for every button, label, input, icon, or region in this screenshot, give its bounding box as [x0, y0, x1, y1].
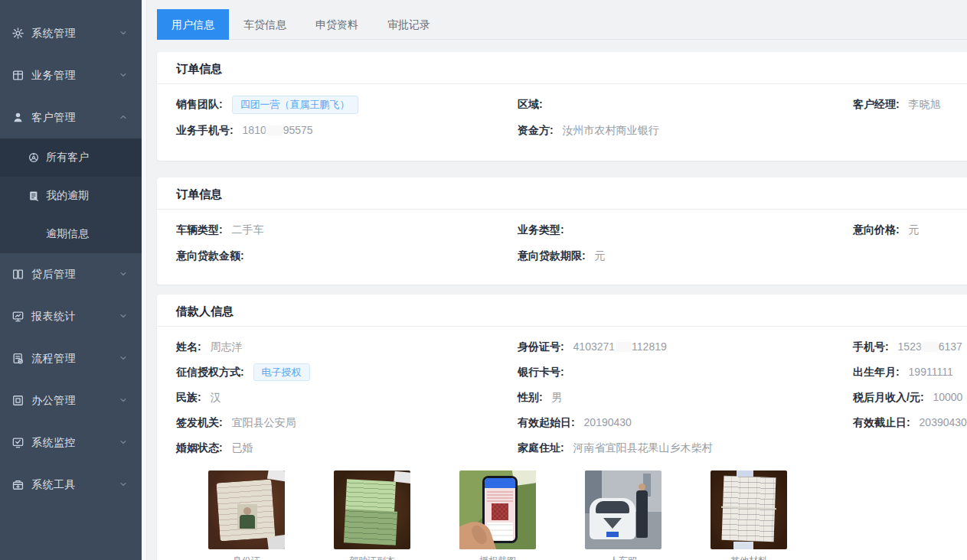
field-intent-loan-term: 意向贷款期限: 元: [518, 249, 853, 263]
tab-car-loan-info[interactable]: 车贷信息: [229, 9, 301, 40]
field-birth-date: 出生年月: 19911111: [853, 366, 967, 379]
card-title: 借款人信息: [157, 295, 967, 327]
sidebar-item-system-tools[interactable]: 系统工具: [0, 464, 142, 506]
field-credit-auth-method: 征信授权方式: 电子授权: [176, 363, 518, 382]
photo-id-card[interactable]: [208, 470, 285, 549]
monitor-check-icon: [11, 436, 25, 450]
borrower-info-card: 借款人信息 姓名: 周志洋 身份证号: 4103271112819 手机号: 1…: [157, 295, 967, 560]
customer-mgmt-submenu: 所有客户 我的逾期 逾期信息: [0, 138, 142, 253]
book-icon: [11, 268, 25, 282]
field-valid-to: 有效截止日: 20390430: [853, 416, 967, 430]
sidebar-item-all-customers[interactable]: 所有客户: [0, 138, 142, 177]
card-title: 订单信息: [157, 52, 967, 84]
chevron-down-icon: [119, 479, 128, 491]
redaction-blur: [267, 125, 283, 135]
detail-tabs: 用户信息 车贷信息 申贷资料 审批记录: [157, 9, 967, 40]
sidebar-item-process-mgmt[interactable]: 流程管理: [0, 337, 142, 379]
sidebar-item-business-mgmt[interactable]: 业务管理: [0, 54, 142, 96]
photo-caption: 授权截图: [459, 555, 536, 560]
photo-caption: 驾驶证副本: [334, 555, 410, 560]
sidebar-item-system-mgmt[interactable]: 系统管理: [0, 12, 142, 54]
chevron-down-icon: [119, 269, 128, 281]
chevron-down-icon: [119, 437, 128, 449]
credit-auth-tag: 电子授权: [253, 363, 310, 382]
field-ethnicity: 民族: 汉: [176, 391, 518, 405]
chevron-down-icon: [119, 28, 128, 40]
field-marital-status: 婚姻状态: 已婚: [176, 441, 518, 455]
photo-person-car[interactable]: [585, 470, 662, 549]
office-icon: [11, 394, 25, 408]
tab-loan-application-docs[interactable]: 申贷资料: [301, 9, 373, 40]
user-icon: [11, 111, 25, 125]
sidebar-item-system-monitor[interactable]: 系统监控: [0, 422, 142, 464]
order-vehicle-card: 订单信息 车辆类型: 二手车 业务类型: 意向价格: 元 意向贷款金额:: [157, 177, 967, 285]
field-vehicle-type: 车辆类型: 二手车: [176, 223, 518, 237]
field-business-phone: 业务手机号: 181095575: [176, 124, 518, 138]
sidebar-scrollbar[interactable]: [142, 0, 147, 560]
field-valid-from: 有效起始日: 20190430: [518, 416, 853, 430]
gear-icon: [11, 27, 25, 41]
chevron-up-icon: [119, 112, 128, 124]
notebook-icon: [27, 190, 40, 203]
sidebar: 系统管理 业务管理 客户管理 所有客户 我的逾期 逾期信息: [0, 0, 142, 560]
sidebar-item-my-overdue[interactable]: 我的逾期: [0, 177, 142, 215]
sidebar-item-label: 逾期信息: [46, 227, 89, 241]
chevron-down-icon: [119, 311, 128, 323]
order-info-card: 订单信息 销售团队: 四团一营（直属王鹏飞） 区域: 客户经理: 李晓旭 业务手: [157, 52, 967, 161]
flow-doc-icon: [11, 352, 25, 366]
field-id-number: 身份证号: 4103271112819: [518, 340, 853, 354]
document-photos: 身份证 驾驶证副本 授权截图: [157, 470, 967, 560]
photo-caption: 其他材料: [711, 555, 787, 560]
chevron-down-icon: [119, 70, 128, 82]
sidebar-item-office-mgmt[interactable]: 办公管理: [0, 379, 142, 422]
field-region: 区域:: [518, 98, 853, 112]
field-funder: 资金方: 汝州市农村商业银行: [518, 124, 853, 138]
redaction-blur: [616, 342, 631, 352]
field-home-address: 家庭住址: 河南省宜阳县花果山乡木柴村: [518, 441, 853, 455]
field-intent-price: 意向价格: 元: [853, 223, 967, 237]
chevron-down-icon: [119, 395, 128, 407]
tab-user-info[interactable]: 用户信息: [157, 9, 229, 40]
main-content: 用户信息 车贷信息 申贷资料 审批记录 订单信息 销售团队: 四团一营（直属王鹏…: [147, 0, 967, 560]
field-account-manager: 客户经理: 李晓旭: [853, 98, 967, 112]
toolbox-icon: [11, 478, 25, 492]
photo-license-booklet[interactable]: [334, 470, 410, 549]
redaction-blur: [923, 342, 938, 352]
photo-caption: 人车照: [585, 555, 662, 560]
field-monthly-income: 税后月收入/元: 10000: [853, 391, 967, 405]
tab-approval-records[interactable]: 审批记录: [373, 9, 445, 40]
monitor-icon: [11, 310, 25, 324]
photo-caption: 身份证: [208, 555, 285, 560]
sidebar-item-postloan-mgmt[interactable]: 贷后管理: [0, 253, 142, 295]
photo-handwritten-doc[interactable]: [711, 470, 787, 549]
field-sales-team: 销售团队: 四团一营（直属王鹏飞）: [176, 96, 518, 114]
field-mobile: 手机号: 15236137: [853, 340, 967, 354]
grid-icon: [11, 69, 25, 83]
field-intent-loan-amount: 意向贷款金额:: [176, 249, 518, 263]
field-issuing-authority: 签发机关: 宜阳县公安局: [176, 416, 518, 430]
sidebar-item-label: 我的逾期: [46, 189, 89, 203]
sidebar-item-report-stats[interactable]: 报表统计: [0, 295, 142, 337]
clients-icon: [27, 151, 40, 164]
photo-qr-phone[interactable]: [459, 470, 536, 549]
card-title: 订单信息: [157, 177, 967, 210]
sidebar-item-label: 所有客户: [46, 151, 89, 164]
sales-team-tag[interactable]: 四团一营（直属王鹏飞）: [232, 96, 358, 114]
field-gender: 性别: 男: [518, 391, 853, 405]
chevron-down-icon: [119, 353, 128, 365]
field-business-type: 业务类型:: [518, 223, 853, 237]
sidebar-item-overdue-info[interactable]: 逾期信息: [0, 215, 142, 253]
field-bank-card: 银行卡号:: [518, 366, 853, 379]
sidebar-item-customer-mgmt[interactable]: 客户管理: [0, 96, 142, 138]
field-name: 姓名: 周志洋: [176, 340, 518, 354]
